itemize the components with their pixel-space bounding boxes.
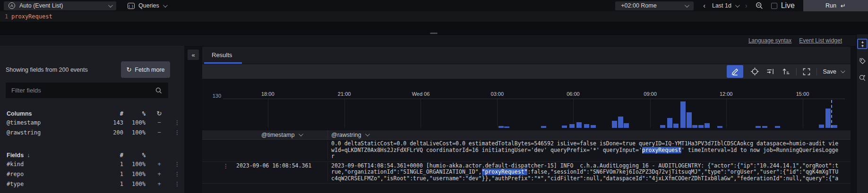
table-row[interactable]: ⋮2023-09-06 16:08:54.3612023-09-06T14:08…: [202, 162, 851, 184]
timestamp-cell: 2023-09-06 16:08:54.361: [234, 163, 327, 182]
visualization-select[interactable]: A Auto (Event List): [4, 1, 116, 10]
field-row[interactable]: #kind1100%+⋮: [0, 159, 184, 169]
tag-panel-button[interactable]: [857, 56, 868, 66]
right-panel-strip: [856, 34, 868, 193]
histogram-bar: [541, 126, 546, 128]
tab-results[interactable]: Results: [212, 51, 232, 59]
table-header: @timestamp @rawstring: [202, 130, 851, 140]
save-button[interactable]: Save: [823, 68, 844, 75]
column-header-rawstring[interactable]: @rawstring: [327, 130, 851, 139]
saved-search-panel-button[interactable]: [857, 73, 868, 83]
field-menu-button[interactable]: ⋮: [173, 161, 181, 168]
query-editor[interactable]: 1 proxyRequest: [0, 11, 868, 22]
y-axis-max-label: 130: [209, 93, 221, 99]
count-header: #: [102, 152, 123, 159]
chart-plot[interactable]: [223, 99, 845, 128]
gridline: [573, 99, 574, 128]
histogram-bar: [762, 126, 767, 128]
chevron-down-icon: [735, 3, 740, 8]
queries-label: Queries: [138, 2, 159, 9]
help-links-row: Language syntax Event List widget: [0, 34, 856, 46]
query-text[interactable]: proxyRequest: [11, 13, 52, 20]
percent-header: %: [123, 110, 146, 117]
active-tab-indicator: [204, 62, 242, 64]
column-header-timestamp[interactable]: @timestamp: [234, 130, 327, 139]
log-line: r: [331, 153, 851, 160]
columns-section-header: Columns # % ↻: [0, 109, 184, 118]
field-name: #kind: [7, 161, 102, 168]
top-toolbar: A Auto (Event List) ( ) Queries +02:00 R…: [0, 0, 868, 11]
collapse-sidebar-button[interactable]: «: [188, 50, 199, 60]
run-button[interactable]: Run ↵: [803, 0, 868, 11]
time-range-forward-button[interactable]: ›: [742, 2, 750, 9]
time-range-select[interactable]: Last 1d: [712, 2, 739, 9]
live-toggle[interactable]: Live: [771, 1, 795, 10]
log-line: rue,"organizationId":"SINGLE_ORGANIZATIO…: [331, 169, 851, 176]
refresh-icon: ↻: [126, 66, 131, 73]
histogram-bar: [584, 124, 589, 128]
chevron-down-icon: [163, 3, 168, 8]
fullscreen-button[interactable]: [802, 67, 811, 76]
fetch-more-button[interactable]: ↻ Fetch more: [121, 61, 170, 78]
field-count: 1: [102, 161, 123, 168]
histogram-bar: [673, 124, 679, 128]
auto-visualization-icon: A: [9, 2, 15, 9]
histogram-bar: [756, 126, 761, 128]
collapse-sections-button[interactable]: [857, 39, 868, 49]
log-line: 0.0 deltaStaticCost=0.0 deltaLiveCost=0.…: [331, 141, 851, 147]
event-list-widget-link[interactable]: Event List widget: [799, 37, 842, 44]
timezone-select[interactable]: +02:00 Rome: [615, 1, 694, 10]
x-tick-label: 12:00: [720, 91, 733, 97]
field-percent: 100%: [123, 129, 146, 136]
add-field-button[interactable]: +: [146, 180, 173, 187]
field-menu-button[interactable]: ⋮: [173, 119, 181, 126]
sort-order-button[interactable]: [782, 67, 791, 76]
field-menu-button[interactable]: ⋮: [173, 171, 181, 177]
gridline: [803, 99, 803, 128]
x-tick-label: Wed 06: [412, 91, 430, 97]
topbar-right-group: +02:00 Rome ‹ Last 1d › Live Run ↵: [615, 0, 868, 11]
remove-field-button[interactable]: −: [146, 119, 173, 126]
fields-title: Fields↓: [7, 152, 102, 159]
crosshair-button[interactable]: [750, 67, 759, 76]
language-syntax-link[interactable]: Language syntax: [748, 37, 791, 44]
histogram-bar: [692, 125, 697, 128]
histogram-bar: [660, 125, 665, 128]
chevron-down-icon: [108, 3, 113, 8]
fullscreen-icon: [802, 67, 811, 76]
histogram-bar: [576, 122, 582, 128]
count-header: #: [102, 110, 123, 117]
wrap-lines-button[interactable]: [766, 67, 775, 76]
gridline: [268, 99, 268, 128]
time-range-back-button[interactable]: ‹: [700, 2, 708, 9]
log-line: 2023-09-06T14:08:54.361+0000 [humio-akka…: [331, 163, 851, 169]
field-row[interactable]: #type1100%+⋮: [0, 179, 184, 189]
table-row[interactable]: 0.0 deltaStaticCost=0.0 deltaLiveCost=0.…: [202, 140, 851, 162]
remove-field-button[interactable]: −: [146, 129, 173, 136]
field-name: @timestamp: [7, 119, 102, 126]
editor-body[interactable]: [0, 22, 868, 34]
resize-handle[interactable]: [430, 33, 438, 34]
field-menu-button[interactable]: ⋮: [173, 129, 181, 136]
sync-columns-icon[interactable]: ↻: [146, 110, 173, 117]
row-menu-button[interactable]: ⋮: [223, 163, 229, 169]
histogram-bar: [698, 125, 704, 128]
histogram-bar: [624, 123, 629, 128]
field-row[interactable]: #repo1100%+⋮: [0, 169, 184, 179]
queries-menu-button[interactable]: ( ) Queries: [128, 2, 166, 9]
field-percent: 100%: [123, 161, 146, 168]
field-row[interactable]: @timestamp143100%−⋮: [0, 117, 184, 127]
x-tick-label: 09:00: [644, 91, 657, 97]
filter-fields-input[interactable]: Filter fields: [6, 83, 168, 98]
annotate-button[interactable]: [727, 65, 743, 78]
header-gutter: [202, 130, 234, 139]
live-checkbox[interactable]: [771, 3, 777, 9]
histogram-bar: [717, 126, 722, 128]
add-field-button[interactable]: +: [146, 160, 173, 168]
add-field-button[interactable]: +: [146, 170, 173, 177]
zoom-out-time-button[interactable]: [755, 1, 764, 10]
field-row[interactable]: @rawstring200100%−⋮: [0, 127, 184, 137]
histogram-bar: [612, 121, 617, 128]
field-percent: 100%: [123, 119, 146, 126]
field-menu-button[interactable]: ⋮: [173, 181, 181, 187]
